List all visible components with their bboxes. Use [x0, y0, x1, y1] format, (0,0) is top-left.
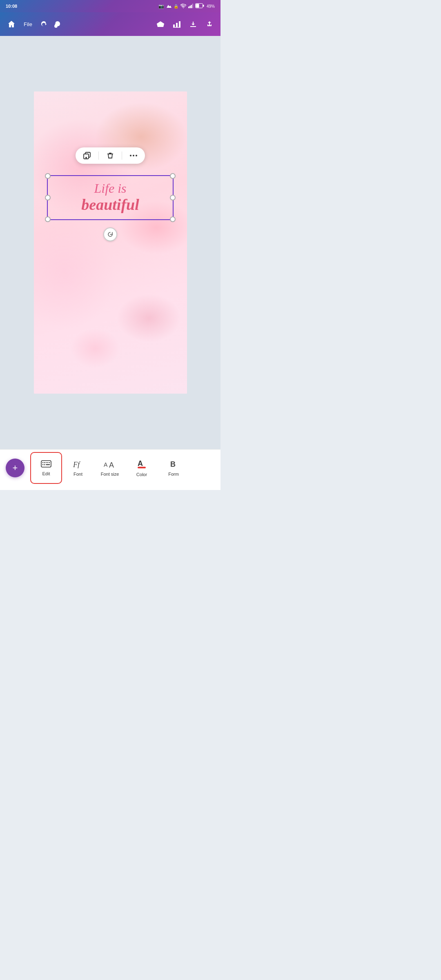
color-icon: A	[136, 459, 147, 470]
svg-rect-18	[41, 461, 51, 467]
svg-point-16	[133, 155, 134, 156]
redo-button[interactable]	[52, 18, 64, 30]
main-toolbar: File	[0, 12, 220, 36]
svg-rect-2	[191, 5, 192, 8]
text-element[interactable]: Life is beautiful	[47, 175, 174, 220]
context-toolbar	[76, 147, 145, 164]
canvas-area: Life is beautiful	[0, 36, 220, 449]
status-icons: 📷 🔒	[158, 3, 215, 9]
format-tool-button[interactable]: B Form	[158, 452, 189, 484]
instagram-icon: 📷	[158, 4, 164, 9]
svg-point-17	[136, 155, 137, 156]
battery-icon	[195, 3, 204, 9]
copy-add-button[interactable]	[83, 151, 91, 160]
color-tool-button[interactable]: A Color	[126, 452, 158, 484]
font-icon: Ff	[72, 459, 84, 470]
file-button[interactable]: File	[21, 20, 35, 29]
status-bar: 10:08 📷 🔒	[0, 0, 220, 12]
svg-text:A: A	[109, 461, 114, 468]
svg-rect-3	[192, 4, 193, 8]
delete-button[interactable]	[106, 151, 114, 160]
bottom-toolbar: + Edit Ff Font	[0, 449, 220, 490]
svg-rect-9	[176, 23, 178, 27]
handle-top-left[interactable]	[45, 173, 51, 179]
handle-middle-right[interactable]	[170, 195, 176, 200]
svg-rect-5	[203, 5, 204, 7]
app-icon	[166, 3, 172, 9]
add-fab-button[interactable]: +	[6, 459, 24, 477]
svg-rect-0	[188, 7, 189, 8]
text-line1[interactable]: Life is	[54, 181, 166, 196]
keyboard-icon	[41, 460, 51, 470]
divider-2	[122, 151, 122, 160]
edit-label: Edit	[42, 471, 50, 476]
svg-rect-33	[138, 467, 146, 468]
svg-rect-1	[189, 6, 191, 8]
svg-rect-10	[179, 21, 180, 27]
home-button[interactable]	[4, 17, 19, 31]
svg-rect-8	[173, 24, 175, 27]
handle-top-right[interactable]	[170, 173, 176, 179]
font-size-tool-button[interactable]: A A Font size	[94, 452, 126, 484]
signal-icon	[188, 4, 193, 9]
share-button[interactable]	[203, 17, 216, 31]
svg-text:A: A	[138, 459, 143, 468]
font-size-icon: A A	[104, 459, 116, 470]
wifi-icon	[180, 4, 186, 9]
font-size-label: Font size	[101, 472, 119, 477]
format-label: Form	[168, 472, 179, 477]
svg-text:Ff: Ff	[73, 461, 81, 468]
svg-point-15	[130, 155, 131, 156]
svg-rect-6	[196, 4, 199, 8]
divider	[98, 151, 99, 160]
design-canvas[interactable]: Life is beautiful	[34, 91, 187, 394]
color-label: Color	[136, 472, 147, 477]
lock-icon: 🔒	[174, 4, 178, 9]
rotate-handle[interactable]	[103, 227, 117, 241]
download-button[interactable]	[186, 17, 200, 31]
battery-pct: 49%	[207, 4, 215, 9]
bold-icon: B	[169, 459, 178, 470]
more-button[interactable]	[129, 154, 138, 157]
svg-text:B: B	[170, 460, 176, 468]
selection-box[interactable]: Life is beautiful	[47, 175, 174, 220]
status-time: 10:08	[6, 4, 17, 9]
background-image	[34, 91, 187, 394]
text-content[interactable]: Life is beautiful	[48, 176, 173, 219]
handle-middle-left[interactable]	[45, 195, 51, 200]
font-tool-button[interactable]: Ff Font	[62, 452, 94, 484]
font-label: Font	[74, 472, 82, 477]
chart-button[interactable]	[170, 17, 184, 31]
text-line2[interactable]: beautiful	[54, 196, 166, 214]
svg-marker-7	[157, 21, 164, 27]
crown-button[interactable]	[154, 17, 167, 31]
svg-text:A: A	[104, 461, 108, 468]
edit-tool-button[interactable]: Edit	[30, 452, 62, 484]
undo-button[interactable]	[37, 18, 49, 30]
